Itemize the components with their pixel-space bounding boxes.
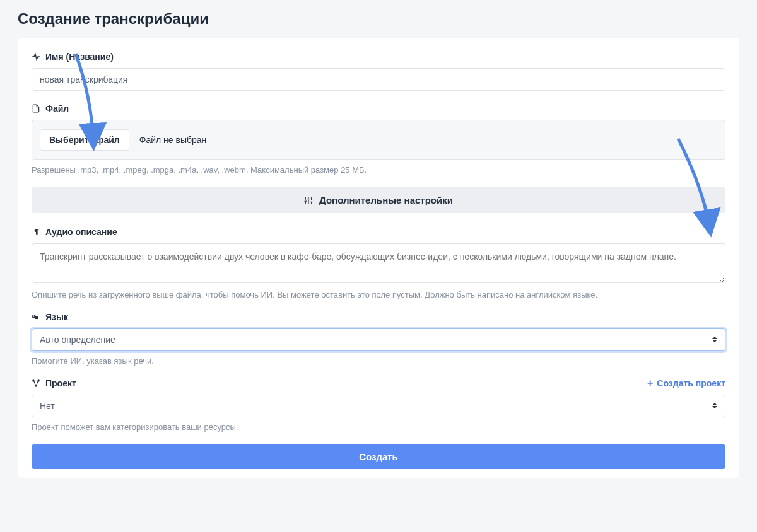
form-card: Имя (Название) Файл Выберите файл Файл н… bbox=[18, 38, 739, 478]
svg-rect-10 bbox=[35, 316, 38, 318]
project-icon bbox=[32, 379, 40, 388]
paragraph-icon bbox=[32, 228, 40, 236]
language-hint: Помогите ИИ, указав язык речи. bbox=[32, 356, 725, 366]
description-textarea[interactable] bbox=[32, 243, 725, 283]
plus-icon: + bbox=[647, 378, 653, 388]
advanced-settings-toggle[interactable]: Дополнительные настройки bbox=[32, 187, 725, 213]
description-hint: Опишите речь из загруженного выше файла,… bbox=[32, 290, 725, 299]
project-field: Проект + Создать проект Нет Проект помож… bbox=[32, 378, 725, 432]
file-field: Файл Выберите файл Файл не выбран Разреш… bbox=[32, 103, 725, 175]
name-field: Имя (Название) bbox=[32, 52, 725, 91]
page-title: Создание транскрибации bbox=[18, 10, 739, 28]
svg-point-14 bbox=[35, 385, 37, 386]
name-input[interactable] bbox=[32, 68, 725, 91]
project-select[interactable]: Нет bbox=[32, 395, 725, 417]
advanced-settings-label: Дополнительные настройки bbox=[319, 195, 453, 205]
description-label: Аудио описание bbox=[45, 227, 117, 237]
file-hint: Разрешены .mp3, .mp4, .mpeg, .mpga, .m4a… bbox=[32, 165, 725, 175]
file-dropzone[interactable]: Выберите файл Файл не выбран bbox=[32, 120, 725, 160]
project-hint: Проект поможет вам категоризировать ваши… bbox=[32, 422, 725, 432]
svg-point-13 bbox=[38, 379, 39, 381]
file-status-text: Файл не выбран bbox=[139, 135, 207, 145]
create-project-link[interactable]: + Создать проект bbox=[647, 378, 725, 388]
svg-point-12 bbox=[33, 379, 34, 381]
description-field: Аудио описание Опишите речь из загруженн… bbox=[32, 227, 725, 299]
file-icon bbox=[32, 104, 40, 113]
create-project-link-label: Создать проект bbox=[657, 378, 725, 388]
name-label: Имя (Название) bbox=[45, 52, 114, 62]
language-field: A Язык Авто определение Помогите ИИ, ука… bbox=[32, 312, 725, 366]
sliders-icon bbox=[304, 196, 313, 205]
choose-file-button[interactable]: Выберите файл bbox=[40, 129, 129, 151]
activity-icon bbox=[32, 52, 40, 61]
project-label: Проект bbox=[45, 378, 76, 388]
submit-button[interactable]: Создать bbox=[32, 444, 725, 469]
svg-line-15 bbox=[34, 381, 36, 385]
svg-line-16 bbox=[37, 381, 38, 385]
language-select[interactable]: Авто определение bbox=[32, 328, 725, 351]
language-label: Язык bbox=[45, 312, 68, 322]
language-icon: A bbox=[32, 313, 40, 321]
file-label: Файл bbox=[45, 103, 69, 113]
